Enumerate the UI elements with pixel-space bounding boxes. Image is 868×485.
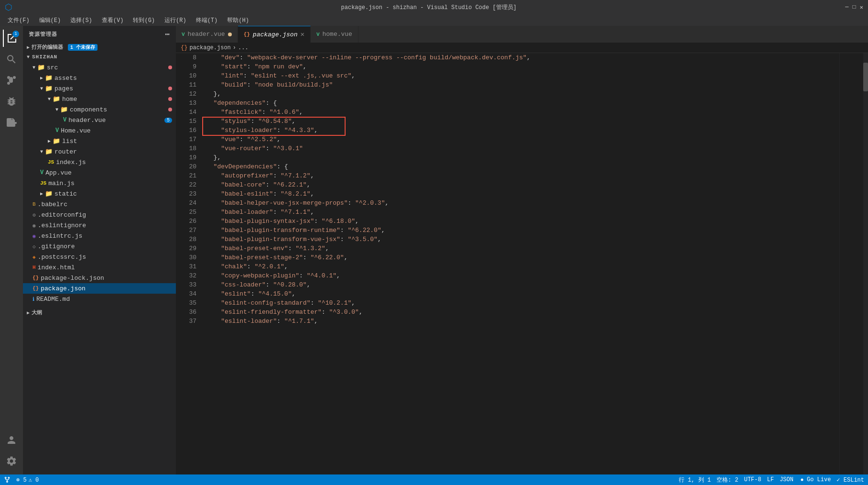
menu-view[interactable]: 查看(V) [98, 15, 128, 25]
tree-item-main-js[interactable]: JS main.js [23, 178, 176, 188]
git-branch[interactable] [4, 476, 11, 483]
tree-item-src[interactable]: ▼ 📁 src [23, 62, 176, 73]
open-editors-section[interactable]: ▶ 打开的编辑器 1 个未保存 [23, 43, 176, 52]
tree-item-package-lock[interactable]: {} package-lock.json [23, 273, 176, 283]
encoding[interactable]: UTF-8 [744, 476, 761, 483]
tab-package-json[interactable]: {} package.json ✕ [238, 26, 311, 43]
tree-item-gitignore[interactable]: ◇ .gitignore [23, 241, 176, 252]
code-line-31: "chalk": "^2.0.1", [206, 262, 839, 271]
activity-debug[interactable] [3, 93, 20, 110]
tree-item-pages[interactable]: ▼ 📁 pages [23, 83, 176, 94]
breadcrumb-file[interactable]: package.json [189, 44, 230, 51]
badge-5: 5 [164, 118, 172, 123]
tree-item-static[interactable]: ▶ 📁 static [23, 188, 176, 199]
eslintignore-label: .eslintignore [38, 222, 86, 229]
minimap[interactable] [839, 53, 868, 474]
menu-edit[interactable]: 编辑(E) [35, 15, 65, 25]
sidebar-title: 资源管理器 [29, 31, 57, 38]
tab-home-vue-label: home.vue [323, 31, 352, 38]
home-vue-label: Home.vue [61, 127, 90, 134]
row-col[interactable]: 行 1, 列 1 [679, 476, 711, 484]
tree-item-assets[interactable]: ▶ 📁 assets [23, 73, 176, 83]
chevron-right-icon: ▶ [40, 75, 43, 81]
package-json-label: package.json [41, 285, 86, 292]
menu-terminal[interactable]: 终端(T) [192, 15, 222, 25]
gitignore-label: .gitignore [38, 243, 75, 250]
tree-item-babelrc[interactable]: B .babelrc [23, 199, 176, 209]
go-live-button[interactable]: Go Live [799, 476, 831, 483]
eslintrc-label: .eslintrc.js [38, 232, 83, 240]
errors-warnings[interactable]: ⊗ 5 ⚠ 0 [16, 476, 39, 484]
tree-item-list[interactable]: ▶ 📁 list [23, 136, 176, 146]
eslint-status[interactable]: ✓ ESLint [836, 476, 864, 484]
src-label: src [47, 64, 58, 71]
components-label: components [70, 106, 107, 113]
tree-item-index-js[interactable]: JS index.js [23, 157, 176, 167]
outline-section[interactable]: ▶ 大纲 [23, 308, 176, 317]
tab-close-button[interactable]: ✕ [300, 31, 304, 38]
maximize-button[interactable]: □ [853, 4, 856, 11]
tree-item-header-vue[interactable]: V header.vue 5 [23, 115, 176, 125]
line-ending[interactable]: LF [767, 476, 774, 483]
menu-run[interactable]: 运行(R) [161, 15, 190, 25]
code-editor[interactable]: "dev": "webpack-dev-server --inline --pr… [202, 53, 839, 474]
assets-label: assets [54, 75, 77, 82]
tree-item-postcssrc[interactable]: ◈ .postcssrc.js [23, 252, 176, 262]
activity-extensions[interactable] [3, 114, 20, 131]
code-line-10: "lint": "eslint --ext .js,.vue src", [206, 71, 839, 80]
breadcrumb-sep: › [233, 44, 236, 51]
folder-icon: 📁 [53, 95, 60, 103]
open-editors-label: 打开的编辑器 [32, 44, 63, 51]
tree-item-home-vue[interactable]: V Home.vue [23, 125, 176, 136]
close-button[interactable]: ✕ [860, 4, 863, 11]
tree-item-router[interactable]: ▼ 📁 router [23, 146, 176, 157]
code-line-24: "babel-helper-vue-jsx-merge-props": "^2.… [206, 198, 839, 208]
activity-source-control[interactable] [3, 72, 20, 89]
chevron-right-icon: ▶ [27, 44, 30, 50]
minimize-button[interactable]: — [845, 4, 848, 11]
tree-item-readme[interactable]: ℹ README.md [23, 294, 176, 304]
tree-item-app-vue[interactable]: V App.vue [23, 167, 176, 178]
package-lock-label: package-lock.json [41, 275, 104, 282]
code-line-33: "css-loader": "^0.28.0", [206, 280, 839, 289]
code-line-21: "autoprefixer": "^7.1.2", [206, 171, 839, 180]
code-line-14: "fastclick": "^1.0.6", [206, 108, 839, 117]
tab-home-vue[interactable]: V home.vue [311, 26, 358, 43]
chevron-right-icon: ▶ [48, 138, 51, 144]
activity-settings[interactable] [3, 452, 20, 470]
menu-goto[interactable]: 转到(G) [129, 15, 159, 25]
chevron-right-icon: ▶ [27, 310, 30, 316]
config-icon: ⚙ [33, 212, 36, 218]
code-line-17: "vue": "^2.5.2", [206, 135, 839, 144]
activity-search[interactable] [3, 51, 20, 68]
tree-item-package-json[interactable]: {} package.json [23, 283, 176, 294]
vue-icon: V [63, 117, 66, 123]
title-bar: ⬡ package.json - shizhan - Visual Studio… [0, 0, 868, 14]
menu-help[interactable]: 帮助(H) [223, 15, 253, 25]
activity-explorer[interactable]: 1 [3, 30, 20, 47]
breadcrumb-more[interactable]: ... [238, 44, 249, 51]
tree-item-eslintignore[interactable]: ◉ .eslintignore [23, 220, 176, 231]
code-line-16: "stylus-loader": "^4.3.3", [206, 126, 839, 135]
language-mode[interactable]: JSON [780, 476, 793, 483]
vue-tab-icon: V [316, 32, 320, 37]
tab-header-vue[interactable]: V header.vue [176, 26, 238, 43]
code-line-12: }, [206, 89, 839, 99]
project-root[interactable]: ▼ SHIZHAN [23, 52, 176, 62]
tree-item-index-html[interactable]: H index.html [23, 262, 176, 273]
tree-item-home[interactable]: ▼ 📁 home [23, 94, 176, 104]
outline-label: 大纲 [32, 309, 42, 316]
json-tab-icon: {} [244, 32, 250, 37]
spaces[interactable]: 空格: 2 [716, 476, 738, 484]
tree-item-components[interactable]: ▼ 📁 components [23, 104, 176, 115]
activity-account[interactable] [3, 431, 20, 449]
menu-file[interactable]: 文件(F) [4, 15, 33, 25]
menu-select[interactable]: 选择(S) [66, 15, 96, 25]
code-line-32: "copy-webpack-plugin": "^4.0.1", [206, 271, 839, 280]
sidebar-more[interactable]: ⋯ [165, 30, 170, 39]
index-html-label: index.html [38, 264, 75, 271]
list-label: list [62, 138, 77, 145]
readme-label: README.md [36, 296, 70, 303]
tree-item-eslintrc[interactable]: ◉ .eslintrc.js [23, 231, 176, 241]
tree-item-editorconfig[interactable]: ⚙ .editorconfig [23, 209, 176, 220]
